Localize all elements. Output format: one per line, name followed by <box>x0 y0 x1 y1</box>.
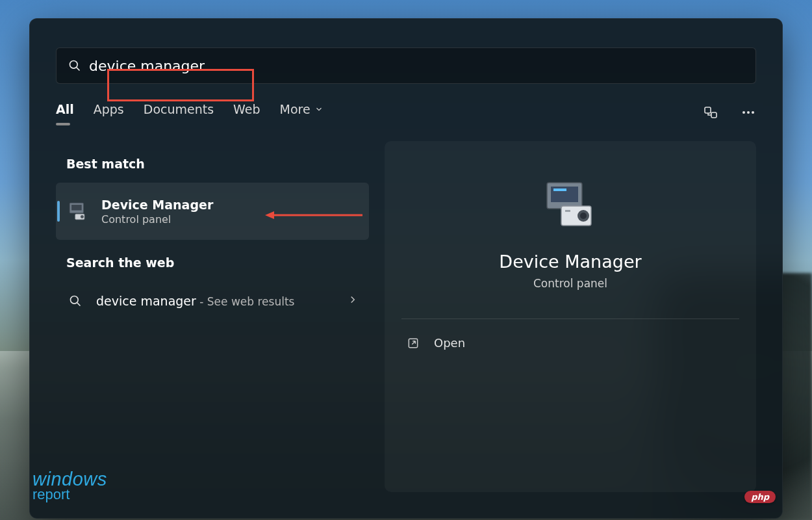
svg-point-13 <box>71 296 79 304</box>
best-match-result[interactable]: Device Manager Control panel <box>56 183 369 240</box>
svg-rect-3 <box>711 112 717 118</box>
web-result-item[interactable]: device manager - See web results <box>56 281 369 320</box>
more-options-icon[interactable] <box>741 105 756 123</box>
detail-subtitle: Control panel <box>533 277 607 290</box>
open-action[interactable]: Open <box>385 319 756 367</box>
svg-line-1 <box>77 68 80 71</box>
php-badge: php <box>744 491 776 503</box>
search-icon <box>68 59 81 72</box>
annotation-highlight-box <box>107 69 254 101</box>
svg-point-5 <box>747 111 750 114</box>
tab-apps[interactable]: Apps <box>94 102 124 125</box>
results-column: Best match Device Manager Control panel <box>30 141 377 518</box>
svg-point-10 <box>81 215 84 218</box>
search-input[interactable] <box>89 58 744 74</box>
search-web-label: Search the web <box>66 255 369 270</box>
tab-documents[interactable]: Documents <box>144 102 214 125</box>
search-icon <box>66 289 84 313</box>
device-manager-large-icon <box>542 181 599 232</box>
content-area: Best match Device Manager Control panel <box>30 141 782 518</box>
open-label: Open <box>434 336 465 350</box>
svg-rect-8 <box>71 205 82 211</box>
svg-rect-21 <box>565 210 570 212</box>
tab-more[interactable]: More <box>280 102 324 125</box>
chevron-down-icon <box>314 105 324 114</box>
result-subtitle: Control panel <box>101 213 359 226</box>
result-title: Device Manager <box>101 198 359 212</box>
detail-panel: Device Manager Control panel Open <box>385 141 756 492</box>
tab-all[interactable]: All <box>56 102 74 125</box>
svg-rect-17 <box>553 188 566 191</box>
svg-line-14 <box>77 303 81 306</box>
device-manager-icon <box>66 200 90 223</box>
start-search-panel: All Apps Documents Web More Best match <box>29 18 783 519</box>
search-bar[interactable] <box>56 47 756 84</box>
tab-web[interactable]: Web <box>233 102 260 125</box>
svg-point-0 <box>70 61 78 69</box>
chevron-right-icon <box>347 294 359 308</box>
watermark: windows report <box>32 469 107 503</box>
search-settings-icon[interactable] <box>703 105 718 123</box>
svg-rect-2 <box>705 107 711 113</box>
best-match-label: Best match <box>66 157 369 171</box>
detail-title: Device Manager <box>499 252 641 272</box>
svg-point-6 <box>752 111 754 114</box>
svg-point-20 <box>580 213 587 219</box>
open-icon <box>407 337 420 350</box>
svg-point-4 <box>742 111 745 114</box>
web-result-text: device manager - See web results <box>96 294 347 308</box>
filter-tabs: All Apps Documents Web More <box>56 102 756 125</box>
